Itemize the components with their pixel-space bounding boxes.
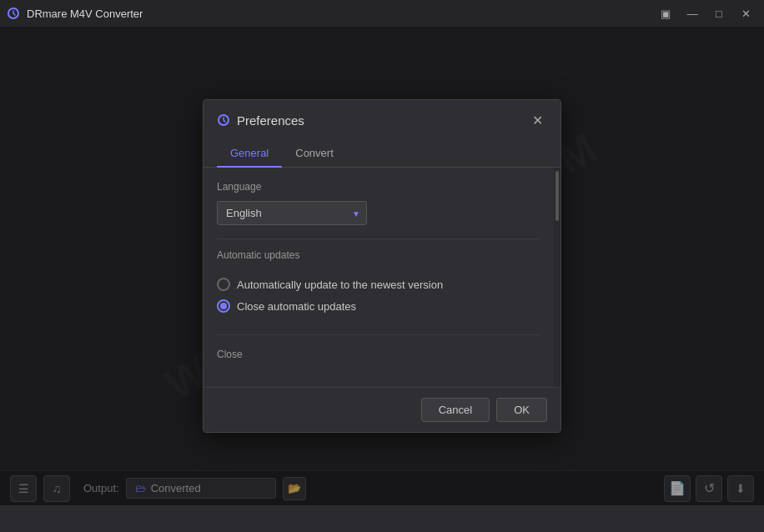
title-bar-left: DRmare M4V Converter — [7, 7, 143, 20]
radio-group-updates: Automatically update to the newest versi… — [217, 269, 540, 321]
language-section: Language English Chinese French German S… — [217, 181, 540, 225]
preferences-dialog: Preferences ✕ General Convert Language — [203, 99, 561, 433]
tab-general[interactable]: General — [217, 140, 282, 168]
radio-auto-update-label: Automatically update to the newest versi… — [237, 279, 443, 291]
preferences-icon — [217, 113, 230, 127]
dialog-scroll-wrapper: Language English Chinese French German S… — [204, 168, 560, 387]
radio-item-auto-update[interactable]: Automatically update to the newest versi… — [217, 278, 540, 291]
dialog-title: Preferences — [237, 113, 304, 128]
dialog-overlay: Preferences ✕ General Convert Language — [0, 27, 764, 505]
scrollbar-thumb — [555, 171, 559, 221]
language-select-wrapper: English Chinese French German Spanish Ja… — [217, 201, 367, 225]
radio-close-updates[interactable] — [217, 299, 230, 313]
restore-button[interactable]: ▣ — [654, 3, 677, 23]
section-divider-2 — [217, 334, 540, 335]
minimize-button[interactable]: — — [681, 3, 704, 23]
radio-auto-update[interactable] — [217, 278, 230, 291]
dialog-content-area: Language English Chinese French German S… — [204, 168, 554, 387]
cancel-button[interactable]: Cancel — [421, 398, 490, 422]
dialog-tabs: General Convert — [204, 140, 560, 168]
dialog-scrollbar[interactable] — [554, 168, 560, 387]
dialog-close-button[interactable]: ✕ — [527, 110, 547, 130]
main-area: WWW.WEIDOWN.COM Preferences ✕ General Co… — [0, 27, 764, 505]
language-label: Language — [217, 181, 540, 193]
close-section: Close — [217, 345, 540, 360]
app-title: DRmare M4V Converter — [27, 8, 143, 20]
automatic-updates-section: Automatic updates Automatically update t… — [217, 249, 540, 321]
dialog-title-group: Preferences — [217, 113, 304, 128]
title-bar: DRmare M4V Converter ▣ — □ ✕ — [0, 0, 764, 27]
radio-item-close-updates[interactable]: Close automatic updates — [217, 299, 540, 313]
language-select[interactable]: English Chinese French German Spanish Ja… — [217, 201, 367, 225]
radio-close-updates-label: Close automatic updates — [237, 300, 356, 313]
close-section-label: Close — [217, 345, 540, 360]
maximize-button[interactable]: □ — [707, 3, 731, 23]
app-icon — [7, 7, 20, 20]
close-window-button[interactable]: ✕ — [734, 3, 757, 23]
section-divider-1 — [217, 238, 540, 239]
automatic-updates-label: Automatic updates — [217, 249, 540, 261]
tab-convert[interactable]: Convert — [282, 140, 347, 168]
window-controls: ▣ — □ ✕ — [654, 3, 757, 23]
dialog-header: Preferences ✕ — [204, 100, 560, 130]
dialog-footer: Cancel OK — [204, 387, 560, 432]
ok-button[interactable]: OK — [496, 398, 547, 422]
